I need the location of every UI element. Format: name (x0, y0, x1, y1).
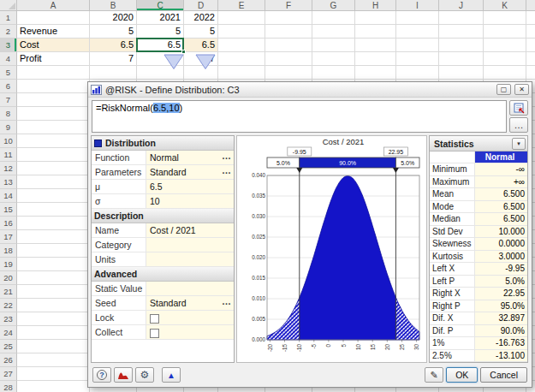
row-header-10[interactable]: 10 (0, 134, 17, 148)
cell-C5[interactable] (137, 66, 184, 80)
cell-J4[interactable] (439, 52, 484, 66)
property-value-seed[interactable]: Standard… (146, 296, 234, 310)
cell-D3[interactable]: 6.5 (184, 39, 218, 52)
property-value-static-value[interactable] (146, 282, 234, 295)
row-header-17[interactable]: 17 (0, 230, 17, 244)
column-header-B[interactable]: B (90, 0, 137, 11)
cell-reference-button[interactable] (509, 100, 528, 116)
row-header-2[interactable]: 2 (0, 25, 17, 39)
cell-A12[interactable] (17, 162, 90, 175)
row-header-3[interactable]: 3 (0, 39, 17, 52)
lock-checkbox[interactable] (150, 314, 159, 324)
cell-E3[interactable] (218, 39, 265, 52)
column-header-H[interactable]: H (355, 0, 396, 11)
cell-A1[interactable] (17, 11, 90, 25)
cancel-button[interactable]: Cancel (480, 367, 527, 383)
cell-H3[interactable] (355, 39, 396, 52)
cell-A15[interactable] (17, 203, 90, 217)
cell-F4[interactable] (265, 52, 312, 66)
cell-A17[interactable] (17, 230, 90, 244)
cell-A21[interactable] (17, 285, 90, 299)
cell-A16[interactable] (17, 217, 90, 230)
cell-B2[interactable]: 5 (90, 25, 137, 39)
row-header-7[interactable]: 7 (0, 93, 17, 107)
property-value-parameters[interactable]: Standard… (146, 165, 234, 179)
cell-I4[interactable] (396, 52, 439, 66)
cell-E5[interactable] (218, 66, 265, 80)
cell-A19[interactable] (17, 258, 90, 271)
cell-D5[interactable] (184, 66, 218, 80)
row-header-26[interactable]: 26 (0, 353, 17, 367)
row-header-1[interactable]: 1 (0, 11, 17, 25)
row-header-5[interactable]: 5 (0, 66, 17, 80)
cell-K2[interactable] (484, 25, 526, 39)
cell-C2[interactable]: 5 (137, 25, 184, 39)
cell-I1[interactable] (396, 11, 439, 25)
section-header-advanced[interactable]: Advanced (92, 267, 234, 282)
help-button[interactable]: ? (92, 367, 111, 383)
cell-J3[interactable] (439, 39, 484, 52)
cell-F5[interactable] (265, 66, 312, 80)
row-header-25[interactable]: 25 (0, 340, 17, 353)
cell-J5[interactable] (439, 66, 484, 80)
cell-F1[interactable] (265, 11, 312, 25)
cell-A2[interactable]: Revenue (17, 25, 90, 39)
property-value-collect[interactable] (146, 325, 234, 339)
property-value-name[interactable]: Cost / 2021 (146, 223, 234, 237)
row-header-19[interactable]: 19 (0, 258, 17, 271)
cell-D4[interactable]: 7 (184, 52, 218, 66)
ok-button[interactable]: OK (446, 367, 478, 383)
cell-A24[interactable] (17, 326, 90, 340)
column-header-A[interactable]: A (17, 0, 90, 11)
column-header-E[interactable]: E (218, 0, 265, 11)
section-header-description[interactable]: Description (92, 209, 234, 223)
property-value-function[interactable]: Normal… (146, 151, 234, 164)
column-header-D[interactable]: D (184, 0, 218, 11)
close-button[interactable]: ✕ (514, 84, 529, 95)
cell-A4[interactable]: Profit (17, 52, 90, 66)
edit-reference-button[interactable]: ✎ (425, 367, 443, 383)
maximize-button[interactable]: ▢ (496, 84, 511, 95)
row-header-6[interactable]: 6 (0, 80, 17, 93)
cell-H5[interactable] (355, 66, 396, 80)
ellipsis-button[interactable]: … (222, 151, 231, 161)
row-header-28[interactable]: 28 (0, 381, 17, 392)
cell-F2[interactable] (265, 25, 312, 39)
cell-D1[interactable]: 2022 (184, 11, 218, 25)
cell-C1[interactable]: 2021 (137, 11, 184, 25)
cell-G3[interactable] (312, 39, 355, 52)
cell-A6[interactable] (17, 80, 90, 93)
row-header-21[interactable]: 21 (0, 285, 17, 299)
property-value-lock[interactable] (146, 311, 234, 324)
cell-A26[interactable] (17, 353, 90, 367)
graph-options-button[interactable] (114, 367, 133, 383)
insert-distribution-button[interactable]: ▲ (162, 367, 181, 383)
cell-H4[interactable] (355, 52, 396, 66)
column-header-C[interactable]: C (137, 0, 184, 11)
cell-H2[interactable] (355, 25, 396, 39)
column-header-J[interactable]: J (439, 0, 484, 11)
row-header-8[interactable]: 8 (0, 107, 17, 121)
cell-D2[interactable]: 5 (184, 25, 218, 39)
cell-G4[interactable] (312, 52, 355, 66)
cell-B3[interactable]: 6.5 (90, 39, 137, 52)
property-value-units[interactable] (146, 252, 234, 266)
more-options-button[interactable]: … (509, 117, 528, 133)
cell-A25[interactable] (17, 340, 90, 353)
row-header-11[interactable]: 11 (0, 148, 17, 162)
cell-J2[interactable] (439, 25, 484, 39)
cell-A13[interactable] (17, 175, 90, 189)
ellipsis-button[interactable]: … (222, 165, 231, 175)
dialog-titlebar[interactable]: @RISK - Define Distribution: C3 ▢ ✕ (88, 82, 532, 98)
row-header-23[interactable]: 23 (0, 312, 17, 326)
cell-F3[interactable] (265, 39, 312, 52)
row-header-12[interactable]: 12 (0, 162, 17, 175)
cell-B1[interactable]: 2020 (90, 11, 137, 25)
row-header-24[interactable]: 24 (0, 326, 17, 340)
collect-checkbox[interactable] (150, 329, 159, 338)
formula-input[interactable]: =RiskNormal(6.5,10) (92, 100, 507, 133)
cell-A23[interactable] (17, 312, 90, 326)
cell-K4[interactable] (484, 52, 526, 66)
ellipsis-button[interactable]: … (222, 296, 231, 306)
row-header-18[interactable]: 18 (0, 244, 17, 258)
